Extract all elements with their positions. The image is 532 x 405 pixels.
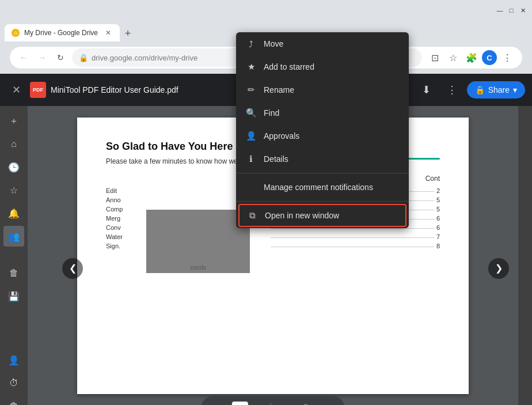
share-button[interactable]: 🔒 Share ▾	[467, 81, 525, 99]
menu-item-starred-label: Add to starred	[264, 62, 314, 71]
menu-item-move-label: Move	[264, 39, 283, 48]
approvals-icon: 👤	[245, 130, 257, 142]
menu-divider	[236, 173, 409, 173]
sidebar-home-icon[interactable]: ⌂	[3, 134, 24, 154]
image-label: zscds	[190, 264, 206, 271]
menu-item-rename[interactable]: ✏ Rename	[236, 78, 409, 101]
active-tab[interactable]: G My Drive - Google Drive ✕	[5, 24, 120, 41]
dropdown-menu: ⤴ Move ★ Add to starred ✏ Rename 🔍 Find …	[236, 32, 409, 228]
forward-button[interactable]: →	[35, 51, 49, 65]
details-icon: ℹ	[245, 153, 257, 165]
tab-title: My Drive - Google Drive	[24, 29, 99, 37]
app-close-button[interactable]: ✕	[7, 81, 25, 99]
address-base: drive.google.com	[92, 54, 149, 62]
open-new-window-icon: ⧉	[246, 210, 258, 221]
notification-icon	[245, 181, 257, 193]
back-button[interactable]: ←	[17, 51, 31, 65]
menu-item-details-label: Details	[264, 154, 288, 164]
pdf-icon: PDF	[30, 82, 46, 98]
minimize-button[interactable]: —	[495, 6, 504, 15]
page-toolbar: Page / 8 − 🔍 ⊕	[201, 396, 345, 405]
share-arrow-icon: ▾	[513, 85, 517, 94]
more-options-icon[interactable]: ⋮	[442, 80, 462, 100]
refresh-button[interactable]: ↻	[54, 51, 67, 65]
download-icon[interactable]: ⬇	[416, 80, 437, 100]
sidebar-people-icon[interactable]: 👥	[3, 226, 24, 247]
menu-item-rename-label: Rename	[264, 85, 294, 94]
menu-item-approvals[interactable]: 👤 Approvals	[236, 124, 409, 147]
window-controls: — □ ✕	[495, 6, 527, 15]
toolbar-divider	[271, 403, 271, 405]
sidebar-person-icon[interactable]: 👤	[3, 350, 24, 370]
left-sidebar: ＋ ⌂ 🕒 ☆ 🔔 👥 🗑 💾 👤 ⏱ 🗑	[0, 106, 28, 405]
sidebar-clock-icon[interactable]: 🕒	[3, 157, 24, 177]
star-menu-icon: ★	[245, 61, 257, 73]
pdf-image-placeholder: zscds	[146, 210, 250, 273]
next-page-button[interactable]: ❯	[488, 258, 509, 279]
profile-avatar[interactable]: C	[482, 50, 497, 65]
maximize-button[interactable]: □	[507, 6, 516, 15]
tab-close-button[interactable]: ✕	[104, 28, 113, 37]
sidebar-add-icon[interactable]: ＋	[3, 111, 24, 131]
open-new-window-label: Open in new window	[265, 211, 339, 220]
title-bar: — □ ✕	[0, 0, 532, 21]
menu-item-find[interactable]: 🔍 Find	[236, 101, 409, 124]
sidebar-clock2-icon[interactable]: ⏱	[3, 373, 24, 393]
sidebar-trash2-icon[interactable]: 🗑	[3, 396, 24, 405]
rename-icon: ✏	[245, 84, 257, 96]
menu-item-manage-notifications[interactable]: Manage comment notifications	[236, 176, 409, 199]
move-icon: ⤴	[245, 38, 257, 50]
tab-favicon: G	[12, 29, 20, 37]
zoom-out-button[interactable]: −	[278, 400, 294, 405]
find-icon: 🔍	[245, 107, 257, 119]
close-window-button[interactable]: ✕	[518, 6, 527, 15]
menu-item-open-new-window[interactable]: ⧉ Open in new window	[238, 204, 406, 227]
menu-divider-2	[236, 201, 409, 202]
right-sidebar	[518, 106, 532, 405]
prev-page-button[interactable]: ❮	[62, 258, 83, 279]
manage-notifications-label: Manage comment notifications	[264, 183, 373, 192]
extension-icon[interactable]: 🧩	[463, 50, 480, 66]
browser-more-icon[interactable]: ⋮	[499, 50, 515, 66]
sidebar-bell-icon[interactable]: 🔔	[3, 203, 24, 224]
new-tab-button[interactable]: +	[120, 25, 136, 41]
sidebar-star-icon[interactable]: ☆	[3, 180, 24, 200]
share-label: Share	[488, 85, 510, 94]
menu-item-move[interactable]: ⤴ Move	[236, 32, 409, 55]
menu-item-starred[interactable]: ★ Add to starred	[236, 55, 409, 78]
menu-item-find-label: Find	[264, 108, 279, 118]
lock-icon: 🔒	[79, 54, 88, 62]
share-lock-icon: 🔒	[475, 85, 485, 94]
sidebar-storage-icon[interactable]: 💾	[3, 286, 24, 306]
menu-item-details[interactable]: ℹ Details	[236, 147, 409, 171]
menu-item-approvals-label: Approvals	[264, 131, 299, 141]
zoom-in-button[interactable]: ⊕	[320, 400, 336, 405]
cast-icon[interactable]: ⊡	[427, 50, 443, 66]
address-path: /drive/my-drive	[149, 54, 197, 62]
zoom-icon[interactable]: 🔍	[299, 400, 315, 405]
address-actions: ⊡ ☆ 🧩 C ⋮	[427, 50, 515, 66]
page-number-input[interactable]	[232, 402, 248, 405]
bookmark-icon[interactable]: ☆	[445, 50, 461, 66]
sidebar-trash-icon[interactable]: 🗑	[3, 263, 24, 283]
